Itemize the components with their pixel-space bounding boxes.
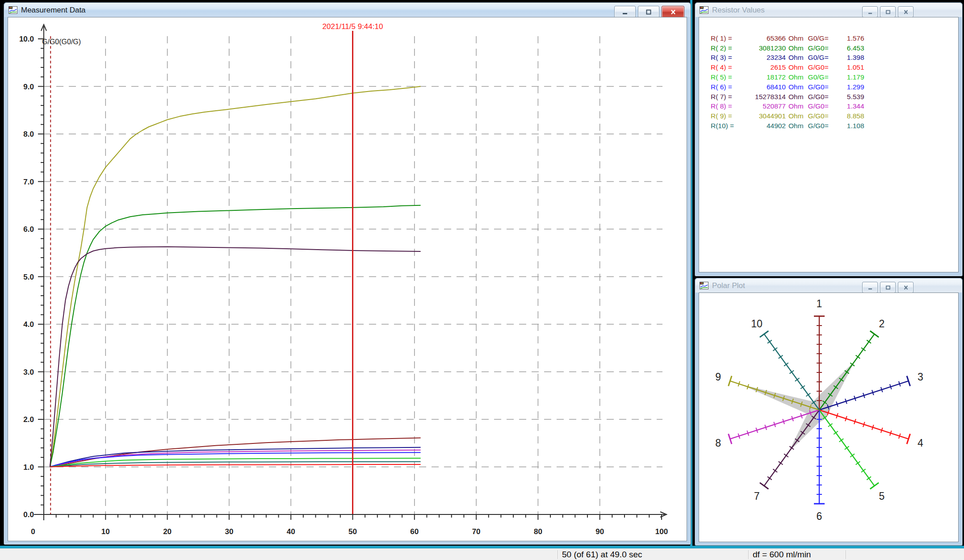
measurement-window-title: Measurement Data [21,6,86,15]
polar-axis-tick [867,476,871,480]
minimize-button[interactable] [614,6,636,18]
resistor-row-ohms: 3081230 [741,44,786,52]
polar-axis-label: 4 [918,437,923,449]
resistor-row-ratio-label: G/G0= [808,102,834,110]
y-tick-label: 5.0 [23,273,34,281]
resistor-row-unit: Ohm [786,102,808,110]
resistor-row: R( 4) =2615OhmG/G0=1.051 [711,63,958,72]
resistor-row-unit: Ohm [786,63,808,71]
close-button[interactable] [662,6,684,18]
resistor-row-name: R( 1) = [711,34,741,42]
app-icon [700,6,708,14]
resistor-row-ratio-label: G0/G= [808,34,834,42]
resistor-row: R( 5) =18172OhmG0/G=1.179 [711,72,958,82]
resistor-list-area: R( 1) =65366OhmG0/G=1.576R( 2) =3081230O… [699,17,959,272]
polar-chart[interactable]: 12345678910 [699,293,957,541]
polar-axis-label: 10 [751,318,763,330]
y-tick-label: 9.0 [23,83,34,91]
resistor-row-unit: Ohm [786,44,808,52]
resistor-row: R( 7) =15278314OhmG/G0=5.539 [711,92,958,102]
timestamp-label: 2021/11/5 9:44:10 [323,22,383,31]
polar-axis-endcap [760,331,768,337]
polar-axis-tick [779,355,783,359]
resistor-row-ohms: 44902 [741,122,786,130]
status-bar: 50 (of 61) at 49.0 sec df = 600 ml/min [0,548,964,560]
resistor-list: R( 1) =65366OhmG0/G=1.576R( 2) =3081230O… [699,17,958,131]
polar-titlebar[interactable]: Polar Plot [696,279,962,293]
polar-axis-tick [773,348,777,351]
y-tick-label: 3.0 [23,368,34,376]
polar-window-title: Polar Plot [712,281,745,290]
resistor-row-name: R( 8) = [711,102,741,110]
resistor-row-name: R( 9) = [711,112,741,120]
polar-axis-tick [795,378,800,381]
status-divider [748,550,749,559]
y-axis-title: G/G0(G0/G) [42,38,81,46]
resistor-row-name: R( 7) = [711,93,741,101]
polar-axis-tick [801,386,805,389]
y-tick-label: 8.0 [23,130,34,138]
resistor-row: R( 9) =3044901OhmG/G0=8.858 [711,111,958,121]
polar-axis-endcap [870,483,879,489]
maximize-button[interactable] [638,6,659,18]
resistor-row-unit: Ohm [786,73,808,81]
resistor-row-ohms: 68410 [741,83,786,91]
resistor-row-ohms: 18172 [741,73,786,81]
resistor-row-ohms: 520877 [741,102,786,110]
x-tick-label: 0 [31,527,35,536]
resistor-row-ohms: 3044901 [741,112,786,120]
resistor-row-ratio-label: G/G0= [808,44,834,52]
status-divider [846,550,847,559]
resistor-row-ratio: 1.299 [834,83,864,91]
measurement-data-window: Measurement Data 2021/11/5 9:44:100.01.0… [4,2,691,545]
polar-axis-tick [806,393,810,396]
resistor-row-unit: Ohm [786,122,808,130]
resistor-row-ratio: 1.051 [834,63,864,71]
resistor-row: R( 2) =3081230OhmG/G0=6.453 [711,43,958,53]
resistor-row-unit: Ohm [786,54,808,62]
polar-axis-label: 1 [817,298,822,309]
polar-axis-label: 3 [918,371,923,383]
polar-axis-tick [861,348,866,351]
y-tick-label: 2.0 [23,415,34,424]
close-button[interactable] [898,282,914,293]
y-tick-label: 4.0 [23,320,34,329]
y-tick-label: 6.0 [23,225,34,234]
maximize-button[interactable] [880,6,896,17]
measurement-chart[interactable]: 2021/11/5 9:44:100.01.02.03.04.05.06.07.… [8,17,686,540]
resistor-row-ratio: 1.398 [834,54,864,62]
measurement-titlebar[interactable]: Measurement Data [4,3,690,17]
x-tick-label: 30 [225,527,233,536]
resistor-row-ohms: 65366 [741,34,786,42]
resistor-row-ratio-label: G/G0= [808,112,834,120]
polar-axis-tick [850,454,855,457]
resistor-row-unit: Ohm [786,34,808,42]
polar-axis-label: 8 [715,437,721,449]
y-tick-label: 10.0 [19,35,34,43]
x-tick-label: 40 [287,527,295,536]
resistor-row-ratio-label: G0/G= [808,54,834,62]
x-tick-label: 20 [163,527,172,536]
polar-axis-tick [784,454,788,457]
status-progress: 50 (of 61) at 49.0 sec [562,549,642,560]
polar-axis-tick [767,476,772,480]
polar-axis-tick [856,355,860,359]
resistor-row-ratio: 8.858 [834,112,864,120]
polar-axis-label: 9 [715,371,721,383]
polar-axis-label: 7 [754,490,760,502]
resistor-titlebar[interactable]: Resistor Values [696,3,962,17]
minimize-button[interactable] [862,282,878,293]
resistor-values-window: Resistor Values R( 1) =65366OhmG0/G=1.57… [695,2,963,276]
resistor-row-unit: Ohm [786,112,808,120]
polar-axis-tick [867,340,871,343]
resistor-row-unit: Ohm [786,83,808,91]
polar-axis-tick [784,363,788,366]
polar-axis-tick [773,469,777,472]
polar-axis-endcap [760,483,768,489]
minimize-button[interactable] [862,6,878,17]
resistor-row-ratio: 1.179 [834,73,864,81]
resistor-row-name: R( 6) = [711,83,741,91]
maximize-button[interactable] [880,282,896,293]
close-button[interactable] [898,6,914,17]
resistor-row: R( 6) =68410OhmG/G0=1.299 [711,82,958,92]
